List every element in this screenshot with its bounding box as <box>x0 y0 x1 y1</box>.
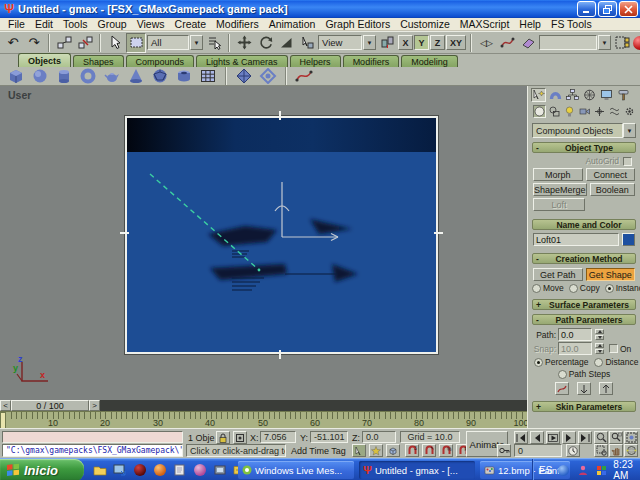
utilities-tab-icon[interactable] <box>616 88 631 102</box>
mirror-icon[interactable]: ◁▷ <box>476 33 496 53</box>
creation-method-header[interactable]: - Creation Method <box>532 253 636 264</box>
select-and-manipulate-icon[interactable] <box>297 33 317 53</box>
selection-filter-arrow-icon[interactable]: ▼ <box>190 35 203 50</box>
add-time-tag[interactable]: Add Time Tag <box>291 446 346 456</box>
copy-radio[interactable] <box>569 284 578 293</box>
restrict-xy-plane-button[interactable]: XY <box>446 35 466 50</box>
restore-button[interactable] <box>598 1 617 17</box>
crossing-selection-toggle-icon[interactable] <box>352 444 366 457</box>
lights-category-icon[interactable] <box>563 105 576 118</box>
distance-radio[interactable] <box>594 358 603 367</box>
taskbar-button-messenger[interactable]: Windows Live Mes... <box>238 461 354 479</box>
key-mode-toggle-icon[interactable] <box>497 444 511 457</box>
percent-snap-toggle-icon[interactable]: % <box>439 444 453 457</box>
time-slider-prev-arrow[interactable]: < <box>0 400 11 411</box>
show-desktop-icon[interactable] <box>112 462 127 477</box>
path-spinner[interactable] <box>595 329 604 340</box>
hierarchy-tab-icon[interactable] <box>565 88 580 102</box>
select-object-icon[interactable] <box>105 33 125 53</box>
snap-value-field[interactable]: 10.0 <box>558 342 592 355</box>
zoom-icon[interactable] <box>594 431 608 444</box>
curve-editor-icon[interactable] <box>497 33 517 53</box>
material-editor-icon[interactable] <box>633 36 640 50</box>
taskbar-button-gmax[interactable]: Ψ Untitled - gmax - [... <box>359 461 475 479</box>
language-bar-icon[interactable] <box>556 463 571 478</box>
motion-tab-icon[interactable] <box>582 88 597 102</box>
grid-plane-icon[interactable] <box>198 68 218 85</box>
geometry-category-icon[interactable] <box>533 105 546 118</box>
start-button[interactable]: Inicio <box>0 459 84 480</box>
menu-tools[interactable]: Tools <box>58 18 93 30</box>
systems-category-icon[interactable] <box>623 105 636 118</box>
skin-parameters-header[interactable]: + Skin Parameters <box>532 401 636 412</box>
clock[interactable]: 8:23 AM <box>613 459 640 480</box>
degradation-override-icon[interactable] <box>369 444 383 457</box>
track-selection-icon[interactable] <box>612 33 632 53</box>
maxscript-listener-line[interactable]: "C:\gmax\gamepacks\FSX_GMaxGamepack\" <box>2 444 183 457</box>
messenger-tray-icon[interactable] <box>575 463 590 478</box>
menu-animation[interactable]: Animation <box>264 18 321 30</box>
object-type-header[interactable]: - Object Type <box>532 142 636 153</box>
select-by-name-icon[interactable] <box>204 33 224 53</box>
path-parameters-header[interactable]: - Path Parameters <box>532 314 636 325</box>
tab-shapes[interactable]: Shapes <box>73 55 124 67</box>
named-selection-sets-dropdown[interactable] <box>539 35 597 50</box>
restrict-y-button[interactable]: Y <box>414 35 429 50</box>
menu-fs-tools[interactable]: FS Tools <box>546 18 597 30</box>
snap-spinner[interactable] <box>595 343 604 354</box>
display-tab-icon[interactable] <box>599 88 614 102</box>
select-and-link-icon[interactable] <box>54 33 74 53</box>
select-and-move-icon[interactable] <box>234 33 254 53</box>
tab-helpers[interactable]: Helpers <box>290 55 341 67</box>
menu-file[interactable]: File <box>3 18 30 30</box>
track-bar[interactable]: 10 20 30 40 50 60 70 80 90 100 <box>0 411 527 429</box>
spacewarps-category-icon[interactable] <box>608 105 621 118</box>
menu-maxscript[interactable]: MAXScript <box>455 18 515 30</box>
restrict-z-button[interactable]: Z <box>430 35 445 50</box>
go-to-end-icon[interactable] <box>578 431 592 444</box>
angle-snap-toggle-icon[interactable] <box>422 444 436 457</box>
close-button[interactable] <box>619 1 638 17</box>
torus-knot-icon[interactable] <box>258 68 278 85</box>
select-and-scale-icon[interactable] <box>276 33 296 53</box>
prev-shape-icon[interactable] <box>577 382 591 395</box>
rectangular-selection-region-icon[interactable] <box>126 33 146 53</box>
current-frame-field[interactable]: 0 <box>514 444 562 457</box>
unlink-icon[interactable] <box>75 33 95 53</box>
menu-help[interactable]: Help <box>514 18 546 30</box>
menu-customize[interactable]: Customize <box>395 18 455 30</box>
snap-on-checkbox[interactable] <box>609 344 618 353</box>
time-slider-next-arrow[interactable]: > <box>89 400 100 411</box>
object-color-swatch[interactable] <box>622 233 635 246</box>
connect-button[interactable]: Connect <box>586 168 636 181</box>
arc-rotate-icon[interactable] <box>624 444 638 457</box>
helpers-category-icon[interactable] <box>593 105 606 118</box>
select-and-rotate-icon[interactable] <box>255 33 275 53</box>
z-coordinate-field[interactable]: 0.0 <box>362 431 396 443</box>
boolean-button[interactable]: Boolean <box>590 183 635 196</box>
region-zoom-icon[interactable] <box>594 444 608 457</box>
loft-button[interactable]: Loft <box>533 198 585 211</box>
zoom-all-icon[interactable] <box>609 431 623 444</box>
shapes-category-icon[interactable] <box>548 105 561 118</box>
reference-coordsys-arrow-icon[interactable]: ▼ <box>363 35 376 50</box>
next-shape-icon[interactable] <box>599 382 613 395</box>
frame-0-marker[interactable] <box>0 412 6 429</box>
modify-tab-icon[interactable] <box>548 88 563 102</box>
menu-graph-editors[interactable]: Graph Editors <box>320 18 395 30</box>
torus-icon[interactable] <box>78 68 98 85</box>
use-pivot-center-icon[interactable] <box>377 33 397 53</box>
menu-modifiers[interactable]: Modifiers <box>211 18 264 30</box>
cone-icon[interactable] <box>126 68 146 85</box>
background-image-plane[interactable] <box>125 116 438 354</box>
menu-views[interactable]: Views <box>132 18 170 30</box>
spline-icon[interactable] <box>294 68 314 85</box>
autogrid-checkbox[interactable] <box>623 157 632 166</box>
transform-gizmo-toggle-icon[interactable] <box>386 444 400 457</box>
move-radio[interactable] <box>532 284 541 293</box>
pick-path-icon[interactable] <box>555 382 569 395</box>
messenger-icon[interactable] <box>192 462 207 477</box>
restrict-x-button[interactable]: X <box>398 35 413 50</box>
viewport-user[interactable]: User <box>0 86 527 400</box>
object-name-field[interactable]: Loft01 <box>533 233 619 246</box>
